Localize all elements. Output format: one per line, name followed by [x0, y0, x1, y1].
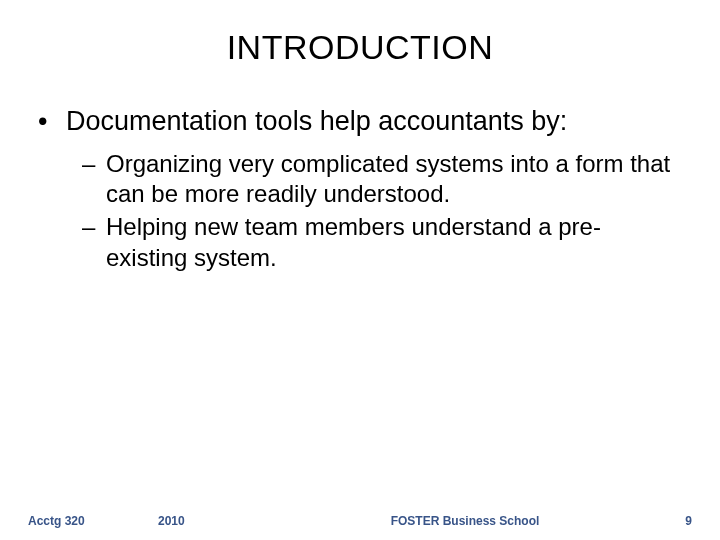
slide-title: INTRODUCTION	[0, 0, 720, 67]
bullet-level2-text: Organizing very complicated systems into…	[106, 149, 682, 210]
footer-year: 2010	[158, 514, 288, 528]
bullet-level2-text: Helping new team members understand a pr…	[106, 212, 682, 273]
bullet-dot-icon: •	[38, 105, 66, 139]
footer-school: FOSTER Business School	[288, 514, 642, 528]
footer-course: Acctg 320	[28, 514, 158, 528]
footer-page-number: 9	[642, 514, 692, 528]
bullet-level1: • Documentation tools help accountants b…	[38, 105, 682, 139]
bullet-level1-text: Documentation tools help accountants by:	[66, 105, 567, 139]
bullet-level2: – Helping new team members understand a …	[82, 212, 682, 273]
bullet-level2: – Organizing very complicated systems in…	[82, 149, 682, 210]
slide: { "title": "INTRODUCTION", "main_bullet"…	[0, 0, 720, 540]
slide-body: • Documentation tools help accountants b…	[0, 67, 720, 274]
bullet-dash-icon: –	[82, 149, 106, 210]
bullet-dash-icon: –	[82, 212, 106, 273]
slide-footer: Acctg 320 2010 FOSTER Business School 9	[0, 514, 720, 528]
